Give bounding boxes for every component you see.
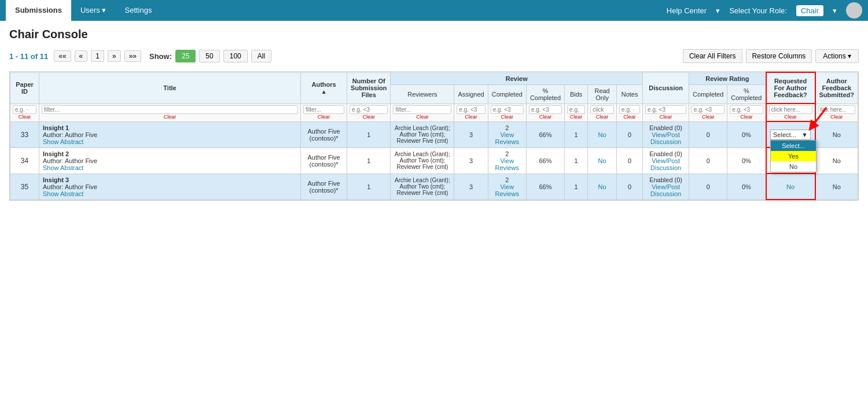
- view-reviews-link[interactable]: View Reviews: [495, 157, 520, 171]
- cell-authors: Author Five (contoso)*: [301, 174, 347, 200]
- filter-input-pct-completed[interactable]: [529, 105, 562, 114]
- filter-clear-pct-completed[interactable]: Clear: [529, 114, 562, 120]
- nav-tab-settings[interactable]: Settings: [115, 0, 161, 21]
- view-reviews-link[interactable]: View Reviews: [495, 131, 520, 145]
- discussion-link[interactable]: View/Post Discussion: [650, 131, 681, 145]
- discussion-link[interactable]: View/Post Discussion: [650, 183, 681, 197]
- filter-input-completed[interactable]: [491, 105, 524, 114]
- view-reviews-link[interactable]: View Reviews: [495, 183, 520, 197]
- dropdown-option-select[interactable]: Select...: [771, 141, 816, 151]
- show-all-button[interactable]: All: [251, 50, 271, 62]
- filter-clear-notes[interactable]: Clear: [619, 114, 640, 120]
- read-only-value[interactable]: No: [598, 183, 606, 190]
- cell-read-only: No: [588, 148, 617, 174]
- actions-button[interactable]: Actions ▾: [815, 49, 859, 63]
- filter-input-read-only[interactable]: [590, 105, 614, 114]
- show-50-button[interactable]: 50: [199, 50, 219, 62]
- filter-input-discussion[interactable]: [645, 105, 686, 114]
- show-abstract-link[interactable]: Show Abstract: [43, 190, 83, 197]
- toolbar: 1 - 11 of 11 «« « 1 » »» Show: 25 50 100…: [9, 47, 859, 65]
- filter-input-notes[interactable]: [619, 105, 640, 114]
- filter-clear-bids[interactable]: Clear: [567, 114, 585, 120]
- requested-feedback-value[interactable]: No: [786, 183, 795, 190]
- filter-clear-requested-feedback[interactable]: Clear: [769, 114, 812, 120]
- col-header-title: Title: [39, 72, 301, 104]
- read-only-value[interactable]: No: [598, 131, 606, 138]
- clear-filters-button[interactable]: Clear All Filters: [683, 49, 742, 63]
- cell-notes: 0: [617, 174, 643, 200]
- role-selector[interactable]: Chair: [796, 5, 823, 16]
- col-header-reviewers: Reviewers: [391, 84, 454, 104]
- cell-author-feedback: No: [815, 148, 858, 174]
- cell-num-files: 1: [347, 148, 391, 174]
- paper-author: Author: Author Five: [43, 183, 297, 190]
- filter-input-title[interactable]: [42, 105, 298, 114]
- filter-clear-reviewers[interactable]: Clear: [393, 114, 451, 120]
- nav-right: Help Center ▾ Select Your Role: Chair ▾: [667, 2, 862, 19]
- filter-clear-num-files[interactable]: Clear: [350, 114, 388, 120]
- filter-clear-paper-id[interactable]: Clear: [13, 114, 36, 120]
- next-page-button[interactable]: »: [108, 50, 121, 62]
- filter-clear-read-only[interactable]: Clear: [590, 114, 614, 120]
- filter-input-paper-id[interactable]: [13, 105, 36, 114]
- navbar: Submissions Users ▾ Settings Help Center…: [0, 0, 868, 21]
- show-25-button[interactable]: 25: [175, 50, 196, 62]
- filter-clear-title[interactable]: Clear: [42, 114, 298, 120]
- filter-input-rating-pct[interactable]: [730, 105, 763, 114]
- filter-clear-completed[interactable]: Clear: [491, 114, 524, 120]
- cell-author-feedback: No: [815, 174, 858, 200]
- filter-cell-num-files: Clear: [347, 104, 391, 121]
- filter-input-rating-completed[interactable]: [692, 105, 724, 114]
- show-abstract-link[interactable]: Show Abstract: [43, 138, 83, 145]
- filter-clear-authors[interactable]: Clear: [303, 114, 344, 120]
- prev-page-button[interactable]: «: [75, 50, 88, 62]
- cell-discussion: Enabled (0)View/Post Discussion: [643, 174, 689, 200]
- filter-cell-notes: Clear: [617, 104, 643, 121]
- first-page-button[interactable]: ««: [54, 50, 71, 62]
- show-abstract-link[interactable]: Show Abstract: [43, 164, 83, 171]
- dropdown-option-yes[interactable]: Yes: [771, 151, 816, 161]
- filter-clear-discussion[interactable]: Clear: [645, 114, 686, 120]
- discussion-link[interactable]: View/Post Discussion: [650, 157, 681, 171]
- cell-paper-id: 33: [10, 121, 39, 148]
- paper-title: Insight 3: [43, 176, 297, 183]
- col-header-completed: Completed: [488, 84, 526, 104]
- filter-cell-title: Clear: [39, 104, 301, 121]
- feedback-select-value: Select...: [773, 131, 796, 138]
- filter-clear-rating-completed[interactable]: Clear: [692, 114, 724, 120]
- col-header-requested-feedback: RequestedFor AuthorFeedback?: [766, 72, 815, 104]
- show-100-button[interactable]: 100: [223, 50, 248, 62]
- help-center-link[interactable]: Help Center: [667, 6, 707, 15]
- last-page-button[interactable]: »»: [124, 50, 141, 62]
- table-body: 33 Insight 1 Author: Author Five Show Ab…: [10, 121, 858, 200]
- nav-tab-submissions[interactable]: Submissions: [6, 0, 71, 21]
- restore-columns-button[interactable]: Restore Columns: [746, 49, 812, 63]
- cell-discussion: Enabled (0)View/Post Discussion: [643, 121, 689, 148]
- filter-clear-author-feedback[interactable]: Clear: [818, 114, 856, 120]
- filter-input-authors[interactable]: [303, 105, 344, 114]
- filter-input-assigned[interactable]: [457, 105, 485, 114]
- filter-cell-author-feedback: Clear: [815, 104, 858, 121]
- cell-pct-completed: 66%: [526, 174, 564, 200]
- filter-clear-assigned[interactable]: Clear: [457, 114, 485, 120]
- col-header-bids: Bids: [565, 84, 588, 104]
- filter-clear-rating-pct[interactable]: Clear: [730, 114, 763, 120]
- dropdown-option-no[interactable]: No: [771, 161, 816, 172]
- cell-reviewers: Archie Leach (Grant); Author Two (cmt); …: [391, 148, 454, 174]
- cell-discussion: Enabled (0)View/Post Discussion: [643, 148, 689, 174]
- nav-tab-users[interactable]: Users ▾: [71, 0, 116, 21]
- paper-title: Insight 2: [43, 150, 297, 157]
- page-number-button[interactable]: 1: [91, 50, 104, 62]
- filter-input-num-files[interactable]: [350, 105, 388, 114]
- filter-cell-assigned: Clear: [454, 104, 488, 121]
- user-avatar: [846, 2, 862, 19]
- filter-input-author-feedback[interactable]: [818, 105, 856, 114]
- filter-input-bids[interactable]: [567, 105, 585, 114]
- read-only-value[interactable]: No: [598, 157, 606, 164]
- filter-input-reviewers[interactable]: [393, 105, 451, 114]
- authors-sort-icon[interactable]: ▲: [321, 89, 327, 95]
- table-row: 34 Insight 2 Author: Author Five Show Ab…: [10, 148, 858, 174]
- col-header-notes: Notes: [617, 84, 643, 104]
- filter-input-requested-feedback[interactable]: [769, 105, 812, 114]
- feedback-select-button[interactable]: Select... ▼: [770, 130, 811, 140]
